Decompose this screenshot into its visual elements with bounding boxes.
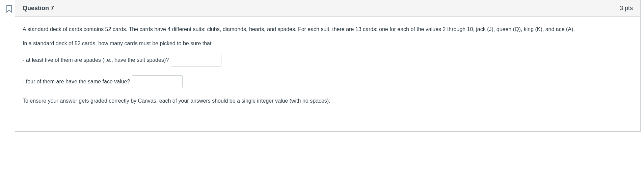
blank-row-2: - four of them are have the same face va… bbox=[23, 75, 633, 88]
question-body: A standard deck of cards contains 52 car… bbox=[15, 17, 640, 131]
blank-2-label: - four of them are have the same face va… bbox=[23, 78, 130, 86]
blank-1-label: - at least five of them are spades (i.e.… bbox=[23, 56, 169, 64]
question-points: 3 pts bbox=[620, 4, 633, 13]
intro-text: A standard deck of cards contains 52 car… bbox=[23, 25, 633, 33]
lead-text: In a standard deck of 52 cards, how many… bbox=[23, 39, 633, 48]
bookmark-icon[interactable] bbox=[3, 0, 15, 13]
grading-note: To ensure your answer gets graded correc… bbox=[23, 97, 633, 105]
answer-input-2[interactable] bbox=[132, 75, 183, 88]
blank-row-1: - at least five of them are spades (i.e.… bbox=[23, 54, 633, 67]
answer-input-1[interactable] bbox=[171, 54, 221, 67]
question-title: Question 7 bbox=[23, 4, 54, 13]
question-card: Question 7 3 pts A standard deck of card… bbox=[15, 0, 641, 132]
question-header: Question 7 3 pts bbox=[15, 0, 640, 17]
